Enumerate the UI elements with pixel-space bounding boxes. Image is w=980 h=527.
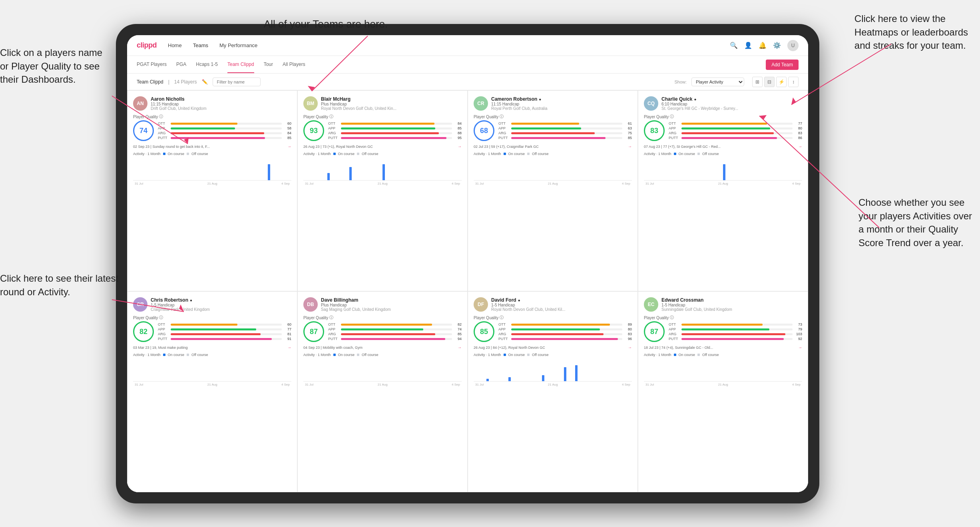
player-card[interactable]: CR Cameron Robertson ● 11:15 Handicap Ro… xyxy=(468,90,638,291)
latest-round-arrow[interactable]: → xyxy=(628,144,632,149)
score-circle[interactable]: 68 xyxy=(474,120,494,141)
player-card[interactable]: CQ Charlie Quick ● 6:10 Handicap St. Geo… xyxy=(638,90,808,291)
score-circle[interactable]: 93 xyxy=(303,120,324,141)
edit-icon[interactable]: ✏️ xyxy=(202,79,208,85)
quality-section: Player Quality ⓘ 87 OTT 73 APP xyxy=(644,315,802,342)
activity-label-row: Activity · 1 Month On course Off course xyxy=(133,152,291,156)
annotation-top-center: All of your Teams are here. xyxy=(264,17,388,31)
player-name[interactable]: Charlie Quick ● xyxy=(661,96,802,102)
player-card[interactable]: DB Dave Billingham Plus Handicap Sag Mag… xyxy=(297,291,468,492)
player-name[interactable]: Blair McHarg xyxy=(321,96,462,102)
latest-round-arrow[interactable]: → xyxy=(458,345,462,350)
player-card[interactable]: DF David Ford ● 1-5 Handicap Royal North… xyxy=(468,291,638,492)
score-circle[interactable]: 74 xyxy=(133,120,154,141)
stats-table: OTT 77 APP 80 ARG 83 PUTT xyxy=(669,121,802,140)
latest-round-text: 04 Sep 23 | Mobility with coach, Gym xyxy=(303,346,363,350)
score-circle[interactable]: 82 xyxy=(133,321,154,342)
latest-round-text: 02 Jul 23 | 59 (+17), Craigmillar Park G… xyxy=(474,145,539,149)
stats-table: OTT 60 APP 58 ARG 84 PUTT xyxy=(158,121,291,140)
info-icon[interactable]: ⓘ xyxy=(670,315,674,320)
latest-round-arrow[interactable]: → xyxy=(458,144,462,149)
quality-section: Player Quality ⓘ 93 OTT 84 APP xyxy=(303,114,462,141)
tab-hcaps[interactable]: Hcaps 1-5 xyxy=(196,56,218,73)
stat-label: ARG xyxy=(158,131,169,135)
info-icon[interactable]: ⓘ xyxy=(159,315,163,320)
search-icon[interactable]: 🔍 xyxy=(730,42,738,49)
latest-round-text: 07 Aug 23 | 77 (+7), St George's Hill GC… xyxy=(644,145,721,149)
add-team-button[interactable]: Add Team xyxy=(766,60,799,70)
latest-round-arrow[interactable]: → xyxy=(287,144,291,149)
latest-round-arrow[interactable]: → xyxy=(798,144,802,149)
tab-all-players[interactable]: All Players xyxy=(283,56,305,73)
latest-round-arrow[interactable]: → xyxy=(798,345,802,350)
player-card[interactable]: EC Edward Crossman 1-5 Handicap Sunningd… xyxy=(638,291,808,492)
nav-teams[interactable]: Teams xyxy=(193,41,208,50)
grid-view-button[interactable]: ⊞ xyxy=(752,77,763,87)
info-icon[interactable]: ⓘ xyxy=(329,114,333,119)
info-icon[interactable]: ⓘ xyxy=(159,114,163,119)
info-icon[interactable]: ⓘ xyxy=(500,114,504,119)
show-select[interactable]: Player Activity Quality Score Trend xyxy=(691,78,744,86)
stat-value: 74 xyxy=(454,327,462,331)
tab-pgat[interactable]: PGAT Players xyxy=(137,56,167,73)
chart-labels: 31 Jul21 Aug4 Sep xyxy=(303,181,462,185)
info-icon[interactable]: ⓘ xyxy=(500,315,504,320)
on-course-label: On course xyxy=(168,353,185,357)
player-header: CR Chris Robertson ● 1-5 Handicap Craigm… xyxy=(133,297,291,312)
score-circle[interactable]: 83 xyxy=(644,120,665,141)
quality-content: 87 OTT 82 APP 74 ARG xyxy=(303,321,462,342)
filter-input[interactable] xyxy=(213,78,261,86)
tab-tour[interactable]: Tour xyxy=(264,56,273,73)
team-header-bar: Team Clippd | 14 Players ✏️ Show: Player… xyxy=(127,74,808,90)
player-name[interactable]: Chris Robertson ● xyxy=(151,297,291,303)
info-icon[interactable]: ⓘ xyxy=(329,315,333,320)
player-card[interactable]: CR Chris Robertson ● 1-5 Handicap Craigm… xyxy=(127,291,297,492)
tab-team-clippd[interactable]: Team Clippd xyxy=(227,56,254,73)
stat-bar-fill xyxy=(511,338,618,340)
stat-bar-container xyxy=(171,333,282,335)
player-name[interactable]: David Ford ● xyxy=(491,297,632,303)
chart-bar-on xyxy=(508,377,511,381)
filter-button[interactable]: ⚡ xyxy=(776,77,787,87)
player-card[interactable]: BM Blair McHarg Plus Handicap Royal Nort… xyxy=(297,90,468,291)
annotation-left-top: Click on a players nameor Player Quality… xyxy=(0,46,102,86)
score-circle[interactable]: 87 xyxy=(303,321,324,342)
player-header: CQ Charlie Quick ● 6:10 Handicap St. Geo… xyxy=(644,96,802,111)
stat-label: OTT xyxy=(328,322,339,326)
profile-icon[interactable]: 👤 xyxy=(744,42,752,49)
score-circle[interactable]: 85 xyxy=(474,321,494,342)
chart-date-label: 31 Jul xyxy=(135,182,143,185)
activity-section: Activity · 1 Month On course Off course … xyxy=(474,353,632,386)
chart-date-label: 4 Sep xyxy=(622,383,630,386)
off-course-dot xyxy=(697,153,700,155)
player-card[interactable]: AN Aaron Nicholls 11:15 Handicap Drift G… xyxy=(127,90,297,291)
settings-icon[interactable]: ⚙️ xyxy=(773,42,781,49)
tab-pga[interactable]: PGA xyxy=(176,56,186,73)
info-icon[interactable]: ⓘ xyxy=(670,114,674,119)
latest-round-arrow[interactable]: → xyxy=(287,345,291,350)
user-avatar[interactable]: U xyxy=(787,40,799,51)
player-name[interactable]: Edward Crossman xyxy=(661,297,802,303)
player-avatar: CR xyxy=(474,96,488,111)
activity-title: Activity · 1 Month xyxy=(303,353,331,357)
stat-bar-container xyxy=(681,132,793,134)
stat-bar-fill xyxy=(681,338,784,340)
player-name[interactable]: Cameron Robertson ● xyxy=(491,96,632,102)
stat-value: 60 xyxy=(283,121,291,125)
chart-bar-on xyxy=(486,379,489,381)
player-name[interactable]: Aaron Nicholls xyxy=(151,96,291,102)
sort-button[interactable]: ↕ xyxy=(788,77,799,87)
nav-my-performance[interactable]: My Performance xyxy=(219,41,257,50)
player-name[interactable]: Dave Billingham xyxy=(321,297,462,303)
list-view-button[interactable]: ⊟ xyxy=(764,77,775,87)
stat-bar-fill xyxy=(341,127,435,129)
stat-label: OTT xyxy=(328,121,339,125)
bell-icon[interactable]: 🔔 xyxy=(759,42,767,49)
stat-value: 89 xyxy=(624,322,632,326)
score-circle[interactable]: 87 xyxy=(644,321,665,342)
chart-date-label: 4 Sep xyxy=(281,182,290,185)
latest-round-arrow[interactable]: → xyxy=(628,345,632,350)
activity-chart xyxy=(474,358,632,382)
nav-home[interactable]: Home xyxy=(168,41,182,50)
stat-value: 80 xyxy=(624,327,632,331)
